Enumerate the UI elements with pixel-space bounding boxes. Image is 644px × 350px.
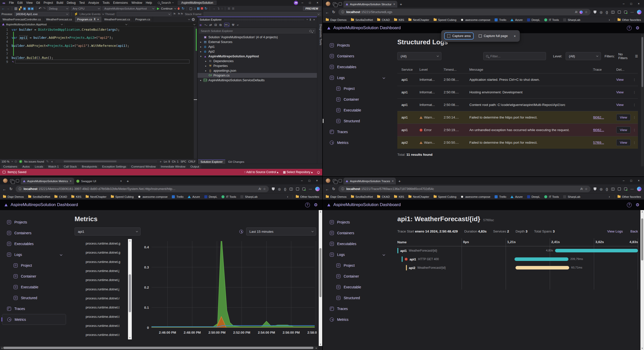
address-bar[interactable]: ⓘ localhost:15221/Trace/57f69acc136a7187… xyxy=(338,186,591,192)
browser-essentials-icon[interactable] xyxy=(624,187,627,190)
solution-search-input[interactable]: Search Solution Explorer xyxy=(199,28,315,33)
log-row[interactable]: api1!Error2:50:19....An unhandled except… xyxy=(397,124,638,136)
target-icon[interactable]: ◎ xyxy=(600,187,602,191)
bookmark-k8s[interactable]: K8S xyxy=(394,195,404,198)
tree-collapse-icon[interactable]: ▸ xyxy=(205,60,207,62)
metric-list-item[interactable]: process.runtime.dotnet.g xyxy=(75,248,128,257)
sidebar-item-containers[interactable]: Containers xyxy=(325,227,389,238)
flag-group-icon[interactable]: ⚑⚑ xyxy=(177,12,183,16)
metric-list-item[interactable]: process.runtime.dotnet.j xyxy=(75,266,128,276)
browser-shield-icon[interactable] xyxy=(272,187,275,191)
view-button[interactable]: View xyxy=(616,90,624,94)
extensions-icon[interactable]: {} xyxy=(606,187,608,191)
browser-essentials-icon[interactable] xyxy=(624,11,627,14)
document-tab[interactable]: Program.cs⊼× xyxy=(75,17,102,22)
settings-more-icon[interactable]: ⋯ xyxy=(309,187,312,191)
page-hscrollbar[interactable]: ◂▸ xyxy=(1,346,318,349)
page-scrollbar[interactable]: ▲▼ xyxy=(640,210,644,350)
reader-mode-icon[interactable]: Aᵎ xyxy=(259,187,261,191)
trace-span-row[interactable]: api2WeatherForecast/{id}60,71ms xyxy=(397,263,638,272)
code-line[interactable]: 3var api1 = builder.AddProject<Projects.… xyxy=(0,36,197,40)
settings-more-icon[interactable]: ⋯ xyxy=(630,187,634,191)
workspaces-icon[interactable] xyxy=(333,2,336,6)
reader-mode-icon[interactable]: Aᵎ xyxy=(580,187,583,191)
page-scrollbar[interactable]: ▲▼ xyxy=(319,210,322,346)
metric-list-item[interactable]: process.runtime.dotnet.t xyxy=(75,303,128,312)
back-icon[interactable]: ← xyxy=(325,10,329,14)
log-row[interactable]: api1Warn...2:50:14....Failed to determin… xyxy=(397,111,638,124)
browser-essentials-icon[interactable] xyxy=(302,187,305,190)
resource-filter-dropdown[interactable]: (All) xyxy=(397,52,441,60)
collections-icon[interactable] xyxy=(618,187,621,190)
step-over-icon[interactable]: → xyxy=(212,7,215,10)
capture-area-button[interactable]: Capture area xyxy=(444,32,474,40)
breadcrumb-member[interactable] xyxy=(129,22,197,26)
panel-tab-containers[interactable]: Containers xyxy=(1,165,20,169)
bookmark-dapr-demos[interactable]: Dapr Demos xyxy=(326,195,347,198)
settings-gear-icon[interactable]: ⚙ xyxy=(314,202,318,208)
bookmark-awesome-compose[interactable]: awesome-compose xyxy=(461,195,490,198)
sidebar-item-executable[interactable]: Executable xyxy=(325,282,389,292)
settings-gear-icon[interactable]: ⚙ xyxy=(636,202,639,208)
diagnostics-icon[interactable]: ≣ xyxy=(232,7,235,10)
sidebar-item-metrics[interactable]: Metrics xyxy=(325,137,389,148)
tool-tab-git-changes[interactable]: Git Changes xyxy=(226,160,247,164)
navigate-back-icon[interactable]: ← xyxy=(2,7,5,10)
redo-icon[interactable]: ↷ xyxy=(43,7,46,10)
tree-collapse-icon[interactable]: ▸ xyxy=(200,79,202,82)
profile-avatar[interactable] xyxy=(326,2,330,6)
document-tab[interactable]: Program.cs xyxy=(133,17,153,22)
bookmark-nextchapter[interactable]: NextChapter xyxy=(408,195,429,198)
undo-icon[interactable]: ↶ xyxy=(39,7,41,10)
tree-item[interactable]: C#Program.cs xyxy=(198,73,317,78)
tree-item[interactable]: ▾▲AspireMultirepoSolution.AppHost xyxy=(198,54,317,59)
menu-analyze[interactable]: Analyze xyxy=(86,1,101,5)
browser-tab-swagger[interactable]: Swagger UI × xyxy=(74,178,124,184)
metrics-resource-dropdown[interactable]: api1 xyxy=(75,227,141,236)
code-line[interactable]: 5builder.AddProject<Projects.Api1>("api1… xyxy=(0,44,197,48)
extensions-icon[interactable]: {} xyxy=(284,187,286,191)
copilot-icon[interactable] xyxy=(637,10,641,14)
navigate-forward-icon[interactable]: → xyxy=(6,7,10,10)
metric-list-item[interactable]: process.runtime.dotnet.j xyxy=(75,285,128,294)
panel-tab-locals[interactable]: Locals xyxy=(33,165,45,169)
browser-shield-icon[interactable] xyxy=(594,187,596,191)
bookmark-it-tools[interactable]: IT Tools xyxy=(544,195,559,198)
bookmark-speed-cubing[interactable]: Speed Cubing xyxy=(434,195,457,198)
maximize-button[interactable]: □ xyxy=(306,0,314,6)
menu-build[interactable]: Build xyxy=(55,1,65,5)
row-more-icon[interactable]: ⋮ xyxy=(633,116,638,119)
tab-settings-gear-icon[interactable]: ⚙ xyxy=(191,17,195,22)
collapse-all-icon[interactable]: ⊟ xyxy=(214,23,217,27)
tree-item[interactable]: ▸◍Api2 xyxy=(198,49,317,54)
sidebar-item-project[interactable]: Project xyxy=(325,260,389,271)
tree-collapse-icon[interactable]: ▸ xyxy=(205,69,207,72)
breadcrumb-type[interactable] xyxy=(65,22,129,26)
refresh-icon[interactable]: ↻ xyxy=(205,7,207,10)
notifications-bell-icon[interactable] xyxy=(317,171,320,173)
switch-views-icon[interactable]: ⧈ xyxy=(200,23,202,27)
view-button[interactable]: View xyxy=(616,139,631,146)
panel-tab-exception-settings[interactable]: Exception Settings xyxy=(100,165,128,169)
close-button[interactable]: × xyxy=(635,177,642,184)
metric-list-item[interactable]: process.runtime.dotnet.t xyxy=(75,330,128,339)
copilot-icon[interactable] xyxy=(315,187,320,191)
bookmark-awesome-compose[interactable]: awesome-compose xyxy=(138,195,168,198)
collections-icon[interactable] xyxy=(618,11,621,14)
panel-menu-icon[interactable] xyxy=(307,19,308,20)
target-icon[interactable]: ◎ xyxy=(600,10,602,14)
add-filter-icon[interactable]: ☰ xyxy=(635,54,638,58)
sidebar-item-executables[interactable]: Executables xyxy=(325,238,389,249)
step-into-icon[interactable]: ↴ xyxy=(217,7,220,10)
tool-tab-solution-explorer[interactable]: Solution Explorer xyxy=(198,160,225,164)
bookmarks-overflow-icon[interactable]: › xyxy=(609,195,610,199)
bookmark-deepl[interactable]: DeepL xyxy=(204,195,217,198)
sidebar-item-executable[interactable]: Executable xyxy=(2,282,66,292)
tab-actions-icon[interactable] xyxy=(339,179,342,182)
sidebar-item-executables[interactable]: Executables xyxy=(325,61,389,72)
trace-link[interactable]: f8062... xyxy=(593,128,604,132)
menu-git[interactable]: Git xyxy=(35,1,42,5)
close-button[interactable]: × xyxy=(313,177,321,184)
row-more-icon[interactable]: ⋮ xyxy=(633,141,638,144)
panel-tab-output[interactable]: Output xyxy=(188,165,202,169)
